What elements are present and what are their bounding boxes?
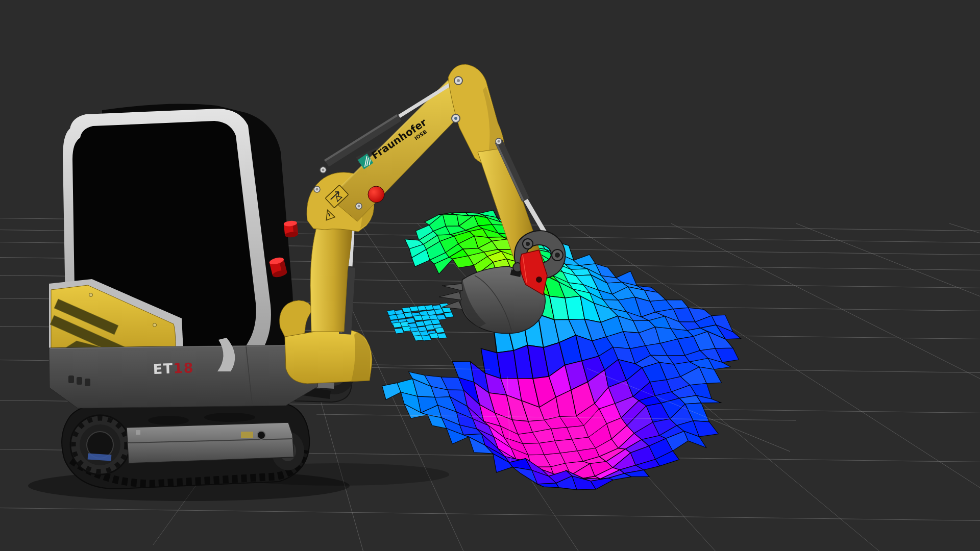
model-label: ET18	[153, 360, 194, 377]
track	[62, 402, 309, 489]
red-sphere-marker	[368, 186, 384, 203]
boom-assembly: Fraunhofer IOSB	[280, 64, 550, 384]
excavator: ET18	[28, 64, 565, 501]
bucket-teeth	[439, 284, 462, 309]
red-cylinder-marker	[283, 220, 298, 238]
rviz-3d-viewport[interactable]: ET18	[0, 0, 980, 551]
bucket-assembly	[439, 231, 565, 333]
lower-body: ET18	[49, 338, 318, 408]
track-side-panel	[127, 422, 294, 463]
excavator-overlay: ET18	[0, 0, 980, 551]
